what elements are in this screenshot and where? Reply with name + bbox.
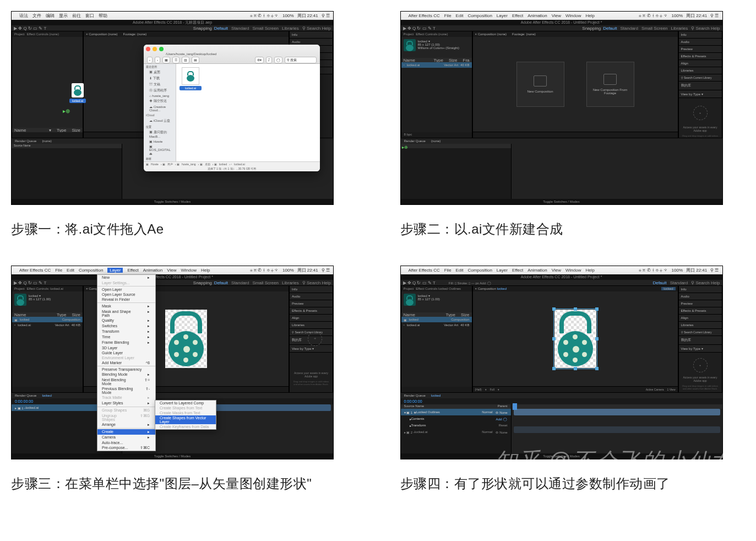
step-3: After Effects CC File Edit Composition L… [11, 266, 356, 493]
new-comp-icon [534, 75, 547, 86]
tab-none[interactable]: (none) [42, 139, 51, 143]
step-4: After Effects CC File Edit Composition L… [400, 266, 746, 493]
menu-window[interactable]: 窗口 [85, 13, 94, 19]
menu-item-create[interactable]: Create▸ [97, 429, 155, 435]
sidebar-item[interactable]: ▣ 桌面 [144, 69, 176, 75]
menu-app[interactable]: After Effects CC [409, 13, 440, 18]
caption-4: 步骤四：有了形状就可以通过参数制作动画了 [400, 475, 746, 493]
ws-small[interactable]: Small Screen [252, 26, 279, 31]
view-icon-button[interactable]: ▦ [162, 57, 170, 63]
new-composition-from-footage-button[interactable]: New Composition From Footage [586, 62, 634, 107]
step-2: After Effects CC File Edit Composition L… [400, 11, 746, 238]
lock-icon[interactable] [167, 311, 205, 366]
composition-panel: × Composition (none)Footage: (none) New … [472, 31, 678, 138]
sidebar-item[interactable]: Ⓐ 应用程序 [144, 88, 176, 94]
mac-menubar: 语法 文件 编辑 显示 前往 窗口 帮助 ◉ ⌘ ✆ ᚼ ⊕ ⏚ ᯤ 100% … [12, 12, 333, 20]
sidebar-item[interactable]: ▣ Howie [144, 139, 176, 144]
add-icon[interactable]: + [693, 106, 708, 120]
tab-effect-controls[interactable]: Effect Controls (none) [27, 33, 59, 36]
mac-menubar: After Effects CC File Edit Composition L… [401, 12, 722, 20]
finder-file[interactable]: locked.ai [180, 67, 202, 90]
tab-footage[interactable]: Footage: (none) [123, 33, 147, 36]
sidebar-item[interactable]: ☁ Creative Cloud... [144, 104, 176, 112]
tab-render[interactable]: Render Queue [15, 139, 36, 143]
sidebar-item[interactable]: ▣ EOS_DIGITAL ⏏ [144, 144, 176, 156]
caption-3: 步骤三：在菜单栏中选择"图层–从矢量图创建形状" [11, 475, 356, 493]
sidebar-item[interactable]: ⬇ 下载 [144, 75, 176, 82]
tab-composition[interactable]: × Composition (none) [86, 33, 118, 36]
battery-pct: 100% [282, 13, 293, 18]
project-item[interactable]: ▫locked.aiVector Art40 KB [401, 62, 472, 68]
new-composition-button[interactable]: New Composition [516, 62, 564, 107]
file-name: locked ▾ [418, 39, 460, 43]
tool-icons[interactable]: ▶ ✥ Q ↻ ▭ ✎ T [14, 26, 46, 31]
selection-handles[interactable] [553, 309, 597, 369]
create-submenu[interactable]: Convert to Layered Comp Create Shapes fr… [155, 400, 216, 430]
sidebar-item[interactable]: ▣ 唐问蕾的MacB... [144, 129, 176, 139]
step-1: 语法 文件 编辑 显示 前往 窗口 帮助 ◉ ⌘ ✆ ᚼ ⊕ ⏚ ᯤ 100% … [11, 11, 356, 238]
window-title: Adobe After Effects CC 2018 - Untitled P… [401, 20, 722, 25]
project-item-file[interactable]: ▫locked.aiVector Art40 KB [12, 322, 83, 328]
layer-contents[interactable]: ▸ ContentsAdd: ◯ [401, 415, 511, 422]
action-button[interactable]: ⚙▾ [255, 57, 264, 63]
finder-sidebar: 最近使用 ▣ 桌面 ⬇ 下载 ▤ 文稿 Ⓐ 应用程序 ⌂ howie_tang … [144, 64, 176, 161]
screenshot-2: After Effects CC File Edit Composition L… [400, 11, 723, 205]
tab-project[interactable]: Project [14, 33, 25, 36]
finder-window[interactable]: /Users/howie_tang/Desktop/locked ‹› ▦☰▥▤… [144, 45, 320, 171]
panel-info[interactable]: Info [290, 31, 333, 39]
menu-view[interactable]: 显示 [59, 13, 68, 19]
menu-item-new[interactable]: New▸ [97, 275, 155, 280]
menu-file[interactable]: 文件 [32, 13, 41, 19]
project-panel: ProjectEffect Controls (none) locked ▾ 8… [401, 31, 472, 138]
col-type[interactable]: Type [57, 128, 66, 132]
finder-file-label: locked.ai [180, 86, 202, 90]
cursor-plus-icon: ▸⊕ [63, 108, 70, 114]
layer-original[interactable]: ▸ ▣ 2 ▫ locked.aiNormal⊚ None [401, 429, 511, 435]
file-thumb [404, 39, 416, 51]
col-size[interactable]: Size [72, 128, 80, 132]
sidebar-item[interactable]: ⌂ howie_tang [144, 94, 176, 98]
search-help[interactable]: ⚲ Search Help [302, 26, 331, 31]
ws-standard[interactable]: Standard [231, 26, 249, 31]
sidebar-item[interactable]: ☁ iCloud 云盘 [144, 118, 176, 124]
timeline-status[interactable]: Toggle Switches / Modes [12, 199, 333, 204]
submenu-convert[interactable]: Convert to Layered Comp [155, 401, 216, 405]
ws-lib[interactable]: Libraries [282, 26, 299, 31]
menu-app[interactable]: 语法 [19, 13, 28, 19]
dragged-file-label: locked.ai [69, 99, 86, 103]
file-colors: Millions of Colors+ (Straight) [418, 46, 460, 50]
submenu-create-shapes-vector[interactable]: Create Shapes from Vector Layer [155, 415, 216, 424]
layer-outlines[interactable]: ▾ ▣ 1 ★ Locked OutlinesNormal⊚ None [401, 409, 511, 415]
search-input[interactable]: ⚲ 搜索 [285, 57, 317, 63]
finder-breadcrumb[interactable]: ▣ Howie › ▣ 用户 › ▣ howie_tang › ▣ 桌面 › ▣… [144, 161, 320, 166]
window-title: Adobe After Effects CC 2018 - 无标题项目.aep [12, 20, 333, 25]
share-button[interactable]: ⤴ [266, 57, 272, 63]
spotlight-icon[interactable]: ⚲ ☰ [322, 13, 330, 18]
playhead-icon[interactable] [513, 403, 517, 410]
menubar-icons[interactable]: ◉ ⌘ ✆ ᚼ ⊕ ⏚ ᯤ [639, 13, 668, 18]
layer-transform[interactable]: ▸ TransformReset [401, 422, 511, 429]
transparency-grid [165, 310, 207, 368]
add-icon[interactable]: + [308, 332, 322, 346]
menu-edit[interactable]: 编辑 [46, 13, 55, 19]
menubar-icons[interactable]: ◉ ⌘ ✆ ᚼ ⊕ ⏚ ᯤ [250, 13, 279, 18]
menu-layer-open[interactable]: Layer [107, 268, 123, 273]
sidebar-item[interactable]: ▤ 文稿 [144, 82, 176, 88]
col-name[interactable]: Name [14, 128, 26, 132]
finder-main[interactable]: locked.ai [176, 64, 320, 161]
menu-help[interactable]: 帮助 [99, 13, 107, 19]
screenshot-3: After Effects CC File Edit Composition L… [11, 266, 334, 459]
caption-2: 步骤二：以.ai文件新建合成 [400, 220, 746, 238]
caption-1: 步骤一：将.ai文件拖入Ae [11, 220, 356, 238]
menu-go[interactable]: 前往 [72, 13, 81, 19]
project-item-comp[interactable]: ▣lockedComposition [12, 317, 83, 322]
snapping[interactable]: Snapping [193, 26, 212, 31]
dragged-file[interactable]: locked.ai [69, 83, 86, 103]
layer-menu[interactable]: New▸ Layer Settings... Open Layer Open L… [97, 274, 156, 451]
comp-breadcrumb[interactable]: locked [661, 287, 675, 290]
screenshot-1: 语法 文件 编辑 显示 前往 窗口 帮助 ◉ ⌘ ✆ ᚼ ⊕ ⏚ ᯤ 100% … [11, 11, 334, 205]
ws-default[interactable]: Default [214, 26, 228, 31]
sidebar-item[interactable]: ◈ 隔空投送 [144, 98, 176, 104]
fwd-button[interactable]: › [155, 57, 160, 63]
back-button[interactable]: ‹ [147, 57, 153, 63]
